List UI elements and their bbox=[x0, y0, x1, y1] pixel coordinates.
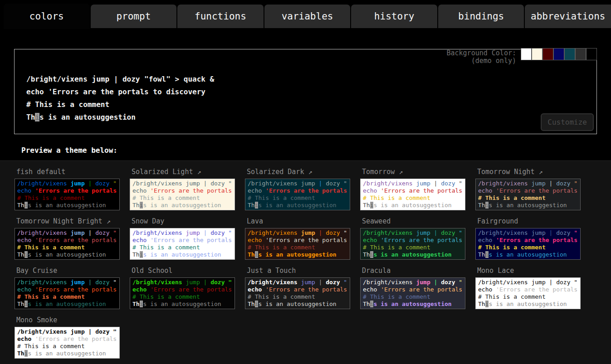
theme-preview-line: echo 'Errors are the portals bbox=[363, 237, 463, 244]
background-color-picker: Background Color: (demo only) bbox=[446, 48, 597, 65]
text-segment: dozy bbox=[210, 229, 225, 236]
preview-theme-heading: Preview a theme below: bbox=[21, 146, 611, 155]
text-segment: 'Errors are the portals bbox=[35, 187, 117, 194]
text-segment: " bbox=[571, 180, 578, 187]
text-segment: jump bbox=[186, 229, 200, 236]
theme-preview-tomorrow-night-bright[interactable]: /bright/vixens jump | dozy "echo 'Errors… bbox=[15, 228, 120, 260]
background-swatch-1[interactable] bbox=[532, 48, 543, 60]
text-segment: s is an autosuggestion bbox=[373, 301, 451, 307]
theme-preview-line: /bright/vixens jump | dozy " bbox=[363, 180, 463, 187]
text-segment: s is an autosuggestion bbox=[28, 301, 106, 307]
theme-preview-mono-smoke[interactable]: /bright/vixens jump | dozy "echo 'Errors… bbox=[15, 327, 120, 359]
text-segment: Th bbox=[478, 301, 485, 307]
theme-preview-old-school[interactable]: /bright/vixens jump | dozy "echo 'Errors… bbox=[130, 277, 235, 309]
theme-preview-line: /bright/vixens jump | dozy " bbox=[248, 229, 347, 237]
theme-preview-line: # This is a comment bbox=[478, 244, 578, 251]
theme-preview-dracula[interactable]: /bright/vixens jump | dozy "echo 'Errors… bbox=[360, 277, 465, 309]
text-segment: | bbox=[85, 328, 95, 335]
customize-button[interactable]: Customize bbox=[541, 113, 594, 131]
theme-name-tomorrow[interactable]: Tomorrow ↗ bbox=[362, 168, 475, 176]
text-segment: /bright/vixens jump | dozy "fowl" > quac… bbox=[26, 75, 214, 83]
theme-preview-solarized-dark[interactable]: /bright/vixens jump | dozy "echo 'Errors… bbox=[245, 179, 350, 210]
text-segment: Th bbox=[363, 251, 370, 258]
theme-preview-line: This is an autosuggestion bbox=[132, 251, 232, 258]
text-segment: 'Errors are the portals bbox=[496, 187, 577, 194]
text-segment: # This is a comment bbox=[132, 293, 200, 300]
theme-preview-bay-cruise[interactable]: /bright/vixens jump | dozy "echo 'Errors… bbox=[15, 277, 120, 309]
text-segment: # This is a comment bbox=[132, 244, 200, 251]
text-segment: jump bbox=[416, 180, 430, 187]
text-segment: 'Errors are the portals bbox=[265, 187, 347, 194]
tab-prompt[interactable]: prompt bbox=[91, 5, 177, 28]
text-segment: " bbox=[110, 279, 117, 286]
theme-preview-line: This is an autosuggestion bbox=[363, 301, 463, 308]
theme-preview-line: echo 'Errors are the portals bbox=[363, 187, 463, 194]
text-segment: jump bbox=[301, 279, 315, 286]
tab-bindings[interactable]: bindings bbox=[438, 5, 524, 28]
text-segment: echo bbox=[132, 237, 150, 243]
theme-preview-just-a-touch[interactable]: /bright/vixens jump | dozy "echo 'Errors… bbox=[245, 277, 350, 309]
theme-preview-lava[interactable]: /bright/vixens jump | dozy "echo 'Errors… bbox=[245, 228, 350, 260]
theme-preview-tomorrow[interactable]: /bright/vixens jump | dozy "echo 'Errors… bbox=[360, 179, 465, 210]
background-swatch-5[interactable] bbox=[575, 48, 586, 60]
theme-name-tomorrow-night[interactable]: Tomorrow Night ↗ bbox=[477, 168, 591, 176]
text-segment: s is an autosuggestion bbox=[258, 202, 336, 209]
theme-preview-line: This is an autosuggestion bbox=[478, 301, 578, 308]
tab-abbreviations[interactable]: abbreviations bbox=[525, 5, 611, 28]
theme-preview-solarized-light[interactable]: /bright/vixens jump | dozy "echo 'Errors… bbox=[130, 179, 235, 210]
terminal-line: # This is a comment bbox=[26, 98, 596, 111]
background-swatch-6[interactable] bbox=[586, 48, 597, 60]
tab-variables[interactable]: variables bbox=[264, 5, 351, 28]
text-segment: /bright/vixens bbox=[363, 279, 416, 286]
background-swatch-3[interactable] bbox=[553, 48, 564, 60]
theme-preview-mono-lace[interactable]: /bright/vixens jump | dozy "echo 'Errors… bbox=[475, 277, 581, 309]
text-segment: # This is a comment bbox=[248, 244, 315, 251]
theme-preview-line: echo 'Errors are the portals bbox=[17, 187, 117, 194]
tab-colors[interactable]: colors bbox=[4, 4, 90, 29]
theme-preview-line: This is an autosuggestion bbox=[17, 301, 117, 308]
theme-preview-line: echo 'Errors are the portals bbox=[17, 335, 117, 343]
terminal-line: echo 'Errors are the portals to discover… bbox=[26, 86, 596, 98]
theme-preview-line: # This is a comment bbox=[132, 293, 232, 301]
theme-card-dracula: Dracula/bright/vixens jump | dozy "echo … bbox=[360, 267, 475, 309]
text-segment: s is an autosuggestion bbox=[373, 202, 451, 209]
tab-history[interactable]: history bbox=[351, 5, 437, 28]
theme-preview-tomorrow-night[interactable]: /bright/vixens jump | dozy "echo 'Errors… bbox=[475, 179, 581, 210]
background-swatch-2[interactable] bbox=[543, 48, 553, 60]
text-segment: jump bbox=[301, 180, 315, 187]
text-segment: Th bbox=[363, 301, 370, 307]
theme-name-bay-cruise: Bay Cruise bbox=[16, 267, 130, 275]
theme-name-tomorrow-night-bright[interactable]: Tomorrow Night Bright ↗ bbox=[16, 217, 130, 225]
theme-name-solarized-light[interactable]: Solarized Light ↗ bbox=[132, 168, 245, 176]
theme-card-lava: Lava/bright/vixens jump | dozy "echo 'Er… bbox=[245, 217, 360, 260]
theme-name-solarized-dark[interactable]: Solarized Dark ↗ bbox=[247, 168, 360, 176]
text-segment: dozy bbox=[556, 279, 570, 286]
text-segment: dozy bbox=[210, 180, 225, 187]
text-segment: Th bbox=[248, 202, 255, 209]
theme-preview-fairground[interactable]: /bright/vixens jump | dozy "echo 'Errors… bbox=[475, 228, 581, 260]
text-segment: 'Errors are the portals bbox=[150, 187, 232, 194]
text-segment: # This is a comment bbox=[26, 100, 109, 109]
text-segment: Th bbox=[17, 350, 24, 357]
theme-preview-line: /bright/vixens jump | dozy " bbox=[132, 279, 232, 286]
theme-preview-fish-default[interactable]: /bright/vixens jump | dozy "echo 'Errors… bbox=[15, 179, 120, 210]
theme-preview-line: This is an autosuggestion bbox=[363, 251, 463, 258]
text-segment: dozy bbox=[326, 229, 340, 236]
theme-preview-line: echo 'Errors are the portals bbox=[248, 286, 347, 293]
theme-preview-line: # This is a comment bbox=[478, 194, 578, 202]
tab-functions[interactable]: functions bbox=[177, 5, 264, 28]
theme-preview-line: /bright/vixens jump | dozy " bbox=[248, 180, 347, 187]
text-segment: /bright/vixens bbox=[248, 279, 301, 286]
theme-card-solarized-light: Solarized Light ↗/bright/vixens jump | d… bbox=[130, 168, 245, 210]
background-color-label-line1: Background Color: bbox=[446, 49, 516, 57]
theme-card-just-a-touch: Just a Touch/bright/vixens jump | dozy "… bbox=[245, 267, 360, 309]
theme-preview-line: # This is a comment bbox=[132, 194, 232, 202]
text-segment: | bbox=[85, 279, 95, 286]
theme-preview-seaweed[interactable]: /bright/vixens jump | dozy "echo 'Errors… bbox=[360, 228, 465, 260]
theme-preview-snow-day[interactable]: /bright/vixens jump | dozy "echo 'Errors… bbox=[130, 228, 235, 260]
background-swatch-4[interactable] bbox=[564, 48, 575, 60]
theme-preview-line: echo 'Errors are the portals bbox=[248, 237, 347, 244]
text-segment: 'Errors are the portals bbox=[35, 237, 117, 243]
text-segment: # This is a comment bbox=[478, 194, 546, 201]
background-swatch-0[interactable] bbox=[521, 48, 532, 60]
